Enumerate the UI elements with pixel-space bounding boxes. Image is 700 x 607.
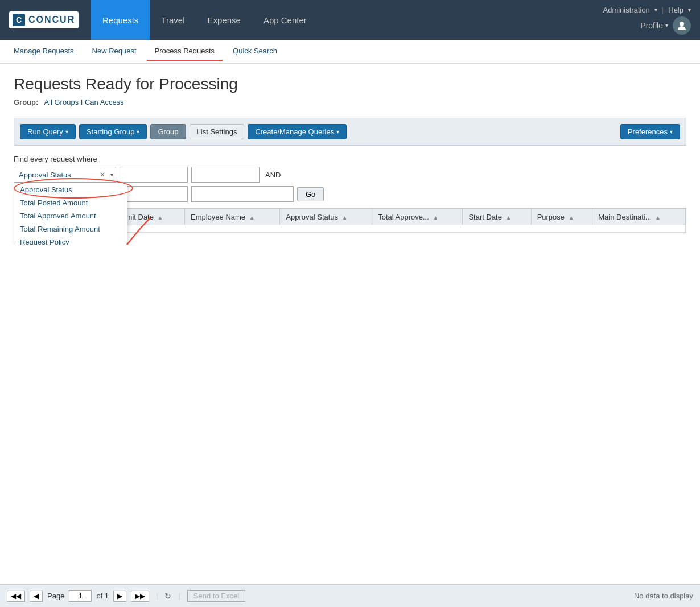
th-start-date[interactable]: Start Date ▲ — [463, 209, 531, 225]
nav-item-requests[interactable]: Requests — [91, 0, 150, 40]
operator-selector[interactable] — [120, 167, 188, 183]
preferences-label: Preferences — [628, 127, 668, 136]
help-chevron-icon: ▾ — [688, 7, 691, 13]
svg-point-0 — [680, 22, 684, 26]
dropdown-option-total-posted[interactable]: Total Posted Amount — [14, 196, 127, 209]
administration-link[interactable]: Administration — [603, 6, 649, 14]
field-dropdown-list[interactable]: Approval Status Total Posted Amount Tota… — [14, 183, 127, 245]
value-selector[interactable] — [191, 167, 260, 183]
th-total-approved[interactable]: Total Approve... ▲ — [372, 209, 463, 225]
subnav-manage-requests[interactable]: Manage Requests — [6, 42, 82, 61]
logo-box[interactable]: C CONCUR — [9, 11, 79, 28]
dropdown-options: Approval Status Total Posted Amount Tota… — [14, 183, 127, 245]
value-select[interactable] — [191, 167, 260, 183]
operator-selector-2[interactable] — [120, 186, 188, 202]
subnav-process-requests[interactable]: Process Requests — [147, 42, 223, 61]
group-info: Group: All Groups I Can Access — [14, 98, 686, 106]
group-label-btn: Group — [158, 127, 178, 136]
starting-group-button[interactable]: Starting Group ▾ — [79, 124, 147, 139]
starting-group-label: Starting Group — [87, 127, 135, 136]
separator: | — [662, 6, 664, 14]
nav-item-expense[interactable]: Expense — [196, 0, 252, 40]
th-purpose[interactable]: Purpose ▲ — [531, 209, 592, 225]
nav-items: Requests Travel Expense App Center — [91, 0, 318, 40]
avatar[interactable] — [673, 16, 691, 35]
group-button[interactable]: Group — [150, 124, 186, 139]
dropdown-option-total-approved[interactable]: Total Approved Amount — [14, 209, 127, 222]
run-query-button[interactable]: Run Query ▾ — [20, 124, 76, 139]
nav-item-app-center[interactable]: App Center — [252, 0, 318, 40]
field-dropdown-arrow-icon: ▾ — [110, 172, 113, 178]
page-content: Requests Ready for Processing Group: All… — [0, 64, 700, 245]
field-clear-button[interactable]: ✕ — [98, 171, 106, 179]
profile-button[interactable]: Profile ▾ — [640, 21, 668, 30]
query-row-1: Approval Status ✕ ▾ Approval Status Tota… — [14, 167, 686, 183]
run-query-chevron-icon: ▾ — [65, 129, 68, 135]
toolbar: Run Query ▾ Starting Group ▾ Group List … — [14, 118, 686, 146]
sort-icon-start-date: ▲ — [506, 214, 512, 221]
logo-text: CONCUR — [28, 15, 75, 25]
sort-icon-employee-name: ▲ — [249, 214, 255, 221]
field-selector[interactable]: Approval Status ✕ ▾ Approval Status Tota… — [14, 167, 116, 183]
operator-select[interactable] — [120, 167, 188, 183]
top-right-upper: Administration ▾ | Help ▾ — [603, 6, 691, 16]
preferences-chevron-icon: ▾ — [670, 129, 673, 135]
find-text: Find every request where — [14, 155, 686, 163]
group-label: Group: — [14, 98, 38, 106]
subnav-quick-search[interactable]: Quick Search — [225, 42, 285, 61]
sub-navigation: Manage Requests New Request Process Requ… — [0, 40, 700, 64]
concur-icon: C — [13, 14, 25, 26]
sort-icon-purpose: ▲ — [569, 214, 574, 221]
list-settings-button[interactable]: List Settings — [190, 124, 245, 139]
top-navigation: C CONCUR Requests Travel Expense App Cen… — [0, 0, 700, 40]
starting-group-chevron-icon: ▾ — [137, 129, 139, 135]
dropdown-option-request-policy[interactable]: Request Policy — [14, 236, 127, 245]
dropdown-option-total-remaining[interactable]: Total Remaining Amount — [14, 222, 127, 236]
th-employee-name[interactable]: Employee Name ▲ — [184, 209, 279, 225]
top-right-area: Administration ▾ | Help ▾ Profile ▾ — [603, 0, 700, 40]
th-main-destination[interactable]: Main Destinati... ▲ — [592, 209, 686, 225]
preferences-button[interactable]: Preferences ▾ — [620, 124, 680, 139]
group-value-link[interactable]: All Groups I Can Access — [44, 98, 123, 106]
admin-chevron-icon: ▾ — [654, 7, 657, 13]
dropdown-option-approval-status[interactable]: Approval Status — [14, 183, 127, 196]
create-manage-queries-button[interactable]: Create/Manage Queries ▾ — [248, 124, 347, 139]
field-selector-value: Approval Status — [19, 171, 71, 179]
nav-item-travel[interactable]: Travel — [150, 0, 196, 40]
sort-icon-total-approved: ▲ — [433, 214, 438, 221]
sort-icon-main-dest: ▲ — [655, 214, 661, 221]
profile-chevron-icon: ▾ — [665, 22, 668, 28]
help-link[interactable]: Help — [668, 6, 683, 14]
list-settings-label: List Settings — [197, 127, 237, 136]
run-query-label: Run Query — [27, 127, 63, 136]
page-title: Requests Ready for Processing — [14, 75, 686, 93]
sort-icon-approval-status: ▲ — [342, 214, 348, 221]
top-right-lower: Profile ▾ — [603, 16, 691, 35]
sort-icon-submit-date: ▲ — [158, 214, 163, 221]
create-manage-queries-label: Create/Manage Queries — [255, 127, 334, 136]
profile-label: Profile — [640, 21, 663, 30]
go-button[interactable]: Go — [297, 187, 324, 201]
create-manage-chevron-icon: ▾ — [336, 129, 339, 135]
operator-select-2[interactable] — [120, 186, 188, 202]
value-input-2[interactable] — [191, 186, 294, 202]
and-label: AND — [263, 171, 283, 179]
th-approval-status[interactable]: Approval Status ▲ — [280, 209, 372, 225]
query-builder: Find every request where Approval Status… — [14, 155, 686, 202]
logo-area: C CONCUR — [0, 0, 91, 40]
subnav-new-request[interactable]: New Request — [84, 42, 145, 61]
